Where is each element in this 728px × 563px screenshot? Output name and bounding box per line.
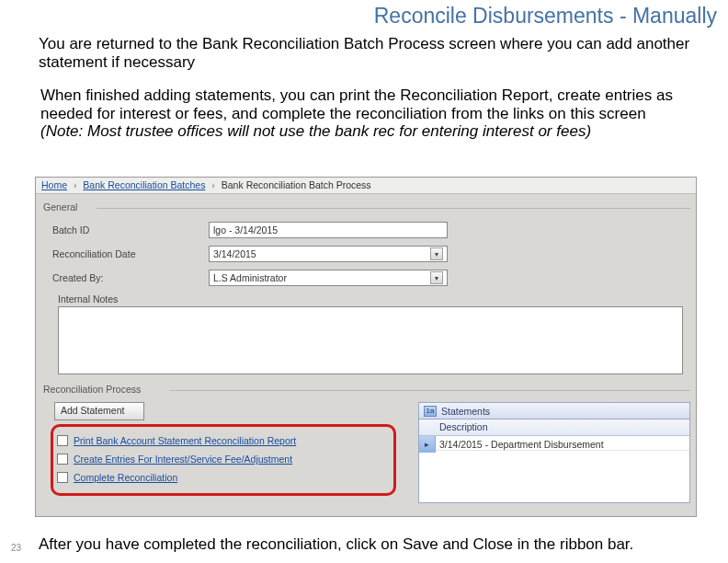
breadcrumb: Home › Bank Reconciliation Batches › Ban… xyxy=(36,178,696,194)
page-number: 23 xyxy=(11,543,21,553)
reconciliation-separator xyxy=(170,390,690,391)
statements-column-header: Description xyxy=(419,419,689,436)
breadcrumb-current: Bank Reconciliation Batch Process xyxy=(222,179,371,190)
calendar-icon[interactable]: ▾ xyxy=(430,247,443,260)
statements-badge-icon: 1a xyxy=(424,406,437,417)
rec-date-value: 3/14/2015 xyxy=(213,248,256,259)
section-general: General Batch ID lgo - 3/14/2015 Reconci… xyxy=(41,200,690,374)
rec-date-label: Reconciliation Date xyxy=(52,248,209,259)
batch-id-value: lgo - 3/14/2015 xyxy=(213,224,278,236)
statement-row[interactable]: ▸ 3/14/2015 - Department Disbursement xyxy=(419,436,689,453)
breadcrumb-home[interactable]: Home xyxy=(41,179,67,190)
general-separator xyxy=(97,208,690,209)
para2-main: When finished adding statements, you can… xyxy=(40,86,673,122)
checkbox-print-report[interactable] xyxy=(57,435,68,446)
row-batch-id: Batch ID lgo - 3/14/2015 xyxy=(52,220,690,240)
link-complete-reconciliation[interactable]: Complete Reconciliation xyxy=(74,472,177,483)
app-window: Home › Bank Reconciliation Batches › Ban… xyxy=(35,177,697,517)
breadcrumb-sep-1: › xyxy=(70,179,81,190)
reconciliation-header: Reconciliation Process xyxy=(41,382,141,398)
statement-description: 3/14/2015 - Department Disbursement xyxy=(436,439,689,451)
breadcrumb-sep-2: › xyxy=(208,179,219,190)
row-create-entries: Create Entries For Interest/Service Fee/… xyxy=(57,451,390,467)
paragraph-returned: You are returned to the Bank Reconciliat… xyxy=(39,35,706,71)
section-reconciliation: Reconciliation Process Add Statement Pri… xyxy=(41,382,690,503)
rec-date-field[interactable]: 3/14/2015 ▾ xyxy=(209,246,448,262)
add-statement-button[interactable]: Add Statement xyxy=(54,402,144,420)
row-rec-date: Reconciliation Date 3/14/2015 ▾ xyxy=(52,244,690,264)
checkbox-complete[interactable] xyxy=(57,472,68,483)
link-create-entries[interactable]: Create Entries For Interest/Service Fee/… xyxy=(74,454,292,465)
reconciliation-left: Add Statement Print Bank Account Stateme… xyxy=(41,402,411,503)
breadcrumb-batches[interactable]: Bank Reconciliation Batches xyxy=(83,179,205,190)
row-print-report: Print Bank Account Statement Reconciliat… xyxy=(57,432,390,449)
slide-title: Reconcile Disbursements - Manually xyxy=(374,4,717,29)
internal-notes-label: Internal Notes xyxy=(58,293,690,304)
created-by-label: Created By: xyxy=(52,272,209,283)
para2-note: (Note: Most trustee offices will not use… xyxy=(40,122,591,140)
chevron-down-icon[interactable]: ▾ xyxy=(430,271,443,284)
batch-id-field[interactable]: lgo - 3/14/2015 xyxy=(209,222,448,238)
created-by-field[interactable]: L.S Administrator ▾ xyxy=(209,270,448,286)
checkbox-create-entries[interactable] xyxy=(57,454,68,465)
row-created-by: Created By: L.S Administrator ▾ xyxy=(52,268,690,288)
paragraph-instructions: When finished adding statements, you can… xyxy=(40,86,706,141)
created-by-value: L.S Administrator xyxy=(213,272,287,283)
row-complete-reconciliation: Complete Reconciliation xyxy=(57,469,390,486)
statements-title-text: Statements xyxy=(441,406,490,417)
row-selector-icon[interactable]: ▸ xyxy=(419,436,436,453)
link-print-report[interactable]: Print Bank Account Statement Reconciliat… xyxy=(74,435,296,446)
batch-id-label: Batch ID xyxy=(52,224,209,236)
reconciliation-columns: Add Statement Print Bank Account Stateme… xyxy=(41,402,690,503)
internal-notes-textarea[interactable] xyxy=(58,306,683,374)
callout-highlight: Print Bank Account Statement Reconciliat… xyxy=(51,424,396,496)
statements-panel: 1a Statements Description ▸ 3/14/2015 - … xyxy=(418,402,690,503)
footer-instruction: After you have completed the reconciliat… xyxy=(39,535,706,554)
statements-titlebar: 1a Statements xyxy=(419,403,689,419)
